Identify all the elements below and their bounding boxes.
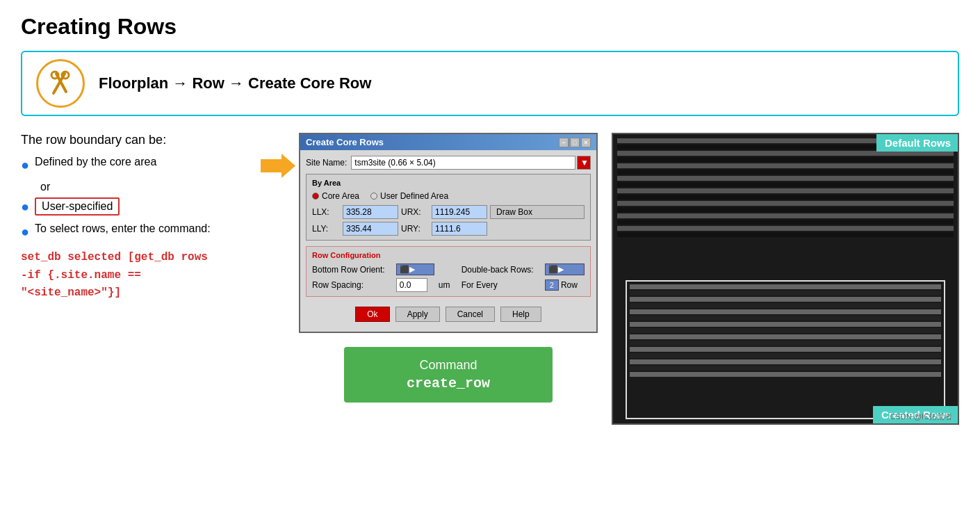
bottom-row-orient-label: Bottom Row Orient:	[312, 265, 392, 275]
row-stripe	[617, 207, 954, 212]
bullet-list: ● Defined by the core area	[21, 156, 285, 174]
ury-label: URY:	[401, 224, 429, 234]
llx-input[interactable]: 335.28	[343, 205, 398, 219]
right-section: Default Rows Created Rows CSDN @IC拓荒者	[612, 133, 959, 425]
dialog-box: Create Core Rows − □ × Site Name: tsm3si…	[299, 133, 598, 333]
created-row-stripe	[630, 297, 941, 302]
row-config-group: Row Configuration Bottom Row Orient: ⬛▶ …	[306, 246, 591, 297]
double-back-label: Double-back Rows:	[462, 265, 541, 275]
page-title: Creating Rows	[21, 14, 959, 40]
dialog-title: Create Core Rows	[306, 137, 384, 147]
site-name-dropdown[interactable]: ▼	[577, 156, 591, 170]
select-rows-text: To select rows, enter the command:	[35, 222, 211, 235]
main-content: The row boundary can be: ● Defined by th…	[21, 133, 959, 425]
user-defined-label: User Defined Area	[380, 191, 448, 201]
bullet-list-3: ● To select rows, enter the command:	[21, 222, 285, 241]
row-stripe	[617, 163, 954, 168]
close-button[interactable]: ×	[581, 138, 591, 147]
row-boundary-title: The row boundary can be:	[21, 133, 285, 147]
row-config-title: Row Configuration	[312, 251, 585, 259]
created-row-stripe	[630, 359, 941, 364]
created-row-stripe	[630, 291, 941, 295]
created-row-stripe	[630, 347, 941, 352]
tools-icon	[36, 59, 85, 108]
site-name-row: Site Name: tsm3site (0.66 × 5.04) ▼	[306, 156, 591, 170]
row-stripe	[617, 220, 954, 225]
bullet-text-1: Defined by the core area	[35, 156, 156, 168]
created-row-stripe	[630, 284, 941, 289]
left-section: The row boundary can be: ● Defined by th…	[21, 133, 285, 302]
row-stripe	[617, 182, 954, 187]
row-stripe	[617, 226, 954, 231]
header-banner: Floorplan → Row → Create Core Row	[21, 51, 959, 116]
created-rows-area	[626, 280, 945, 419]
code-line-2: -if {.site.name ==	[21, 267, 285, 285]
core-area-label: Core Area	[322, 191, 359, 201]
config-grid: Bottom Row Orient: ⬛▶ Double-back Rows: …	[312, 263, 585, 292]
site-name-input[interactable]: tsm3site (0.66 × 5.04)	[351, 156, 575, 170]
bullet-dot-2: ●	[21, 197, 29, 216]
command-code: create_row	[358, 375, 539, 391]
dialog-wrapper: Create Core Rows − □ × Site Name: tsm3si…	[299, 133, 598, 333]
llx-label: LLX:	[312, 207, 340, 217]
row-stripe	[617, 195, 954, 200]
middle-section: Create Core Rows − □ × Site Name: tsm3si…	[299, 133, 598, 403]
chip-visualization: Default Rows Created Rows	[612, 133, 959, 425]
ok-button[interactable]: Ok	[355, 307, 389, 322]
radio-row: Core Area User Defined Area	[312, 191, 585, 201]
double-back-button[interactable]: ⬛▶	[545, 263, 585, 275]
core-area-radio[interactable]: Core Area	[312, 191, 359, 201]
maximize-button[interactable]: □	[570, 138, 580, 147]
code-line-1: set_db selected [get_db rows	[21, 249, 285, 267]
created-row-stripe	[630, 341, 941, 346]
created-row-stripe	[630, 316, 941, 321]
row-stripe	[617, 188, 954, 193]
created-row-stripe	[630, 353, 941, 358]
created-row-stripe	[630, 366, 941, 371]
bullet-dot-1: ●	[21, 156, 29, 174]
minimize-button[interactable]: −	[559, 138, 569, 147]
apply-button[interactable]: Apply	[395, 307, 440, 322]
urx-input[interactable]: 1119.245	[432, 205, 487, 219]
cancel-button[interactable]: Cancel	[446, 307, 495, 322]
by-area-group: By Area Core Area User Defined Area	[306, 174, 591, 241]
watermark: CSDN @IC拓荒者	[890, 412, 952, 422]
list-item-select: ● To select rows, enter the command:	[21, 222, 285, 241]
bullet-list-2: ● User-specified	[21, 197, 285, 216]
created-row-stripe	[630, 309, 941, 314]
user-defined-radio[interactable]: User Defined Area	[370, 191, 448, 201]
row-stripe	[617, 201, 954, 206]
row-stripe	[617, 157, 954, 162]
site-name-label: Site Name:	[306, 158, 347, 168]
created-row-stripe	[630, 328, 941, 333]
row-stripe	[617, 176, 954, 181]
row-stripe	[617, 232, 954, 237]
code-line-3: "<site_name>"}]	[21, 284, 285, 302]
row-spacing-input[interactable]: 0.0	[396, 278, 427, 292]
help-button[interactable]: Help	[500, 307, 541, 322]
lly-input[interactable]: 335.44	[343, 222, 398, 236]
draw-box-button[interactable]: Draw Box	[490, 205, 585, 219]
dialog-titlebar-buttons: − □ ×	[559, 138, 591, 147]
or-text: or	[40, 181, 285, 193]
for-every-label: For Every	[462, 280, 541, 290]
row-stripe	[617, 213, 954, 218]
user-specified-text: User-specified	[42, 200, 113, 213]
command-label: Command	[358, 358, 539, 373]
dialog-footer: Ok Apply Cancel Help	[306, 302, 591, 326]
created-row-stripe	[630, 372, 941, 377]
list-item-core: ● Defined by the core area	[21, 156, 285, 174]
ury-input[interactable]: 1111.6	[432, 222, 487, 236]
bottom-row-orient-button[interactable]: ⬛▶	[396, 263, 434, 275]
command-box: Command create_row	[344, 347, 553, 403]
default-rows-label: Default Rows	[876, 134, 959, 152]
dialog-titlebar: Create Core Rows − □ ×	[300, 134, 596, 150]
row-stripe	[617, 151, 954, 156]
row-stripe	[617, 170, 954, 175]
default-rows-area	[613, 134, 958, 279]
code-block: set_db selected [get_db rows -if {.site.…	[21, 249, 285, 302]
for-every-button[interactable]: 2	[545, 279, 559, 291]
header-nav-text: Floorplan → Row → Create Core Row	[99, 74, 371, 92]
svg-point-3	[51, 72, 58, 79]
urx-label: URX:	[401, 207, 429, 217]
